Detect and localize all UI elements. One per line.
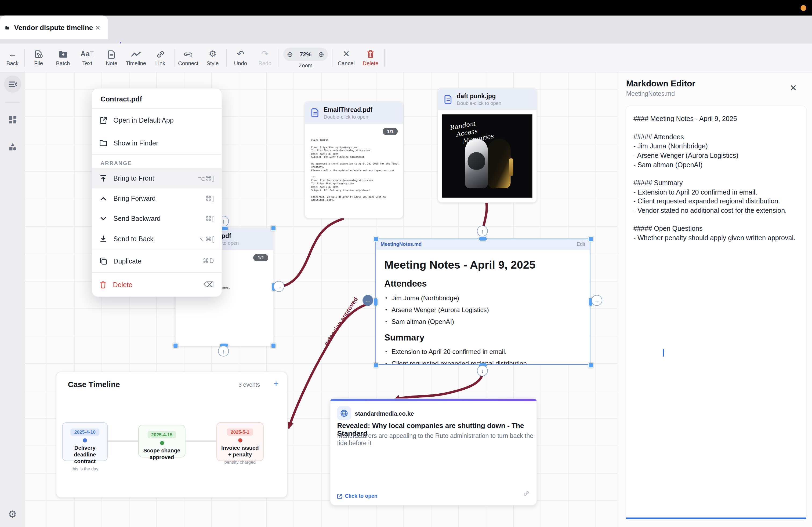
- markdown-editor-panel: Markdown Editor MeetingNotes.md ✕ #### M…: [618, 73, 812, 527]
- menu-item-bring-to-front[interactable]: Bring to Front ⌥⌘]: [92, 168, 221, 189]
- toolbar-divider: [25, 49, 25, 66]
- connect-down-circle[interactable]: ↓: [218, 346, 229, 357]
- timeline-card-title: Case Timeline: [68, 380, 120, 389]
- document-icon: [311, 108, 319, 118]
- menu-item-open-default[interactable]: Open in Default App: [92, 109, 221, 132]
- timeline-zigzag-icon: [131, 49, 141, 59]
- redo-button: ↷ Redo: [253, 49, 277, 66]
- recording-indicator-dot: [801, 5, 806, 11]
- textarea-focus-line: [626, 517, 806, 519]
- batch-button[interactable]: Batch: [51, 49, 75, 66]
- email-card[interactable]: EmailThread.pdf Double-click to open 1/1…: [305, 102, 403, 219]
- image-card-header: daft punk.jpg Double-click to open: [438, 89, 536, 110]
- send-to-back-icon: [99, 235, 107, 243]
- add-event-button[interactable]: +: [273, 379, 278, 389]
- timeline-card[interactable]: Case Timeline 3 events + 2025-4-10 Deliv…: [56, 372, 287, 498]
- connect-right-circle[interactable]: →: [273, 281, 284, 292]
- collapse-sidebar-button[interactable]: [4, 76, 21, 93]
- selection-handle[interactable]: [373, 298, 378, 306]
- selection-handle[interactable]: [478, 236, 487, 241]
- selection-handle[interactable]: [373, 363, 378, 368]
- shapes-icon: [8, 142, 17, 151]
- timeline-event[interactable]: 2025-5-1 Invoice issued + penalty penalt…: [216, 422, 263, 461]
- image-card-title: daft punk.jpg: [457, 93, 501, 100]
- zoom-pill: ⊖ 72% ⊕: [283, 47, 328, 61]
- selection-handle[interactable]: [173, 343, 178, 348]
- sidebar-divider: [5, 103, 19, 103]
- menu-item-send-to-back[interactable]: Send to Back ⌥⌘[: [92, 229, 221, 249]
- menu-item-delete[interactable]: Delete ⌫: [92, 273, 221, 297]
- back-button[interactable]: ← Back: [2, 49, 23, 66]
- event-dot: [83, 438, 87, 442]
- chevron-down-icon: [99, 215, 107, 223]
- globe-icon: [337, 406, 351, 420]
- connect-left-circle[interactable]: ←: [362, 295, 374, 306]
- connect-icon: [184, 49, 193, 59]
- selection-handle[interactable]: [271, 226, 276, 231]
- email-card-header: EmailThread.pdf Double-click to open: [305, 102, 403, 124]
- toolbar-divider: [384, 49, 385, 66]
- selection-handle[interactable]: [373, 236, 378, 241]
- tab-vendor-dispute-timeline[interactable]: Vendor dispute timeline ✕: [0, 16, 108, 40]
- toolbar-divider: [332, 49, 332, 66]
- link-button[interactable]: Link: [148, 49, 173, 66]
- undo-button[interactable]: ↶ Undo: [228, 49, 253, 66]
- file-button[interactable]: File: [26, 49, 51, 66]
- cancel-x-icon: ✕: [343, 49, 350, 59]
- text-button[interactable]: Aa⌶ Text: [75, 49, 100, 66]
- connect-up-circle[interactable]: ↑: [477, 226, 488, 237]
- event-note: penalty charged: [217, 460, 263, 465]
- note-button[interactable]: Note: [99, 49, 124, 66]
- delete-button[interactable]: Delete: [359, 49, 383, 66]
- close-panel-icon[interactable]: ✕: [790, 83, 797, 94]
- image-card[interactable]: daft punk.jpg Double-click to open Rando…: [438, 88, 537, 203]
- menu-item-show-finder[interactable]: Show in Finder: [92, 132, 221, 154]
- text-cursor: [663, 349, 664, 357]
- timeline-event[interactable]: 2025-4-15 Scope change approved: [138, 425, 185, 457]
- connector-contract-email[interactable]: [279, 219, 343, 287]
- notes-attendee: Arsene Wenger (Aurora Logistics): [384, 306, 582, 314]
- context-menu: Contract.pdf Open in Default App Show in…: [91, 88, 222, 297]
- event-date-badge: 2025-4-10: [71, 428, 99, 436]
- selection-handle[interactable]: [588, 363, 593, 368]
- gear-icon: ⚙: [209, 49, 216, 59]
- notes-card-filename: MeetingNotes.md: [380, 241, 577, 247]
- connector-notes-web[interactable]: [395, 372, 483, 400]
- timeline-event-count: 3 events: [238, 381, 260, 388]
- folder-icon: [99, 139, 107, 146]
- connect-down-circle[interactable]: ↓: [477, 365, 488, 376]
- notes-card-edit-button[interactable]: Edit: [577, 241, 585, 247]
- notes-summary-item: Extension to April 20 confirmed in email…: [384, 348, 582, 356]
- sidebar-shapes-button[interactable]: [0, 139, 25, 154]
- connect-right-circle[interactable]: →: [591, 295, 602, 306]
- markdown-textarea[interactable]: #### Meeting Notes - April 9, 2025 #####…: [626, 106, 806, 520]
- notes-attendee: Sam altman (OpenAI): [384, 318, 582, 326]
- menu-item-bring-forward[interactable]: Bring Forward ⌘]: [92, 189, 221, 209]
- gear-icon: ⚙: [8, 508, 17, 520]
- settings-button[interactable]: ⚙: [0, 506, 25, 522]
- external-link-icon: [337, 494, 342, 499]
- event-date-badge: 2025-5-1: [227, 428, 253, 436]
- timeline-event[interactable]: 2025-4-10 Delivery deadline contract thi…: [62, 422, 108, 461]
- canvas[interactable]: extension approved Contract.pdf Double-c…: [25, 73, 618, 527]
- document-icon: [445, 95, 452, 104]
- image-card-hint: Double-click to open: [457, 100, 501, 106]
- menu-item-duplicate[interactable]: Duplicate ⌘D: [92, 250, 221, 272]
- tab-close-icon[interactable]: ✕: [93, 22, 103, 32]
- sidebar-boards-button[interactable]: [0, 112, 25, 127]
- selection-handle[interactable]: [271, 343, 276, 348]
- style-button[interactable]: ⚙ Style: [200, 49, 225, 66]
- zoom-in-icon[interactable]: ⊕: [318, 50, 324, 58]
- web-card-open-link[interactable]: Click to open: [337, 493, 377, 499]
- menu-item-send-backward[interactable]: Send Backward ⌘[: [92, 209, 221, 229]
- zoom-out-icon[interactable]: ⊖: [287, 50, 293, 58]
- cancel-button[interactable]: ✕ Cancel: [334, 49, 359, 66]
- toolbar-divider: [174, 49, 175, 66]
- collapse-menu-icon: [8, 80, 17, 88]
- notes-card[interactable]: MeetingNotes.md Edit Meeting Notes - Apr…: [375, 239, 590, 365]
- toolbar-divider: [279, 49, 279, 66]
- web-card[interactable]: standardmedia.co.ke Revealed: Why local …: [330, 398, 537, 506]
- connect-button[interactable]: Connect: [176, 49, 201, 66]
- timeline-button[interactable]: Timeline: [124, 49, 148, 66]
- selection-handle[interactable]: [588, 236, 593, 241]
